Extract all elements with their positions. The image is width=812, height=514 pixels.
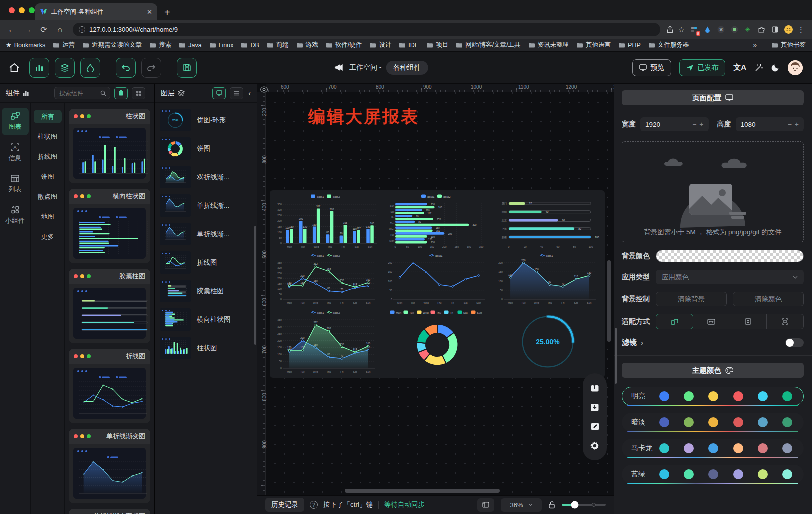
other-bookmarks-folder[interactable]: 其他书签 [772,41,806,49]
app-home-icon[interactable] [9,63,20,73]
layer-item[interactable]: 25% 饼图-环形 [155,106,257,134]
bookmarks-overflow-button[interactable]: » [754,41,757,49]
layers-list-view-toggle[interactable] [230,87,244,99]
canvas-content[interactable]: 编辑大屏报表 501001502002503003500120200150807… [266,92,614,495]
canvas-chart-capsule-bar[interactable]: 厦门20南阳40北京60上海80新疆100020406080100 [493,192,604,251]
layer-item[interactable]: 横向柱状图 [155,305,257,334]
layer-item[interactable]: 单折线渐... [155,191,257,220]
layers-thumbnail-view-toggle[interactable] [212,87,226,99]
single-column-view-toggle[interactable] [114,87,128,99]
share-icon[interactable] [666,26,674,34]
canvas-chart-progress-ring[interactable]: 25.00% [493,307,604,376]
sidebar-category-图表[interactable]: 图表 [2,108,29,135]
extension-pin-icon[interactable]: 9 [690,25,698,34]
filter-item-饼图[interactable]: 饼图 [34,170,62,183]
url-bar[interactable]: i 127.0.0.1:3000/#/chart/home/9 [73,23,660,36]
filter-item-散点图[interactable]: 散点图 [34,190,62,203]
canvas-chart-single-line[interactable]: 501001502000MonTueWedThuFriSatSundata1 [382,251,492,307]
canvas-vertical-scrollbar[interactable] [608,260,611,342]
bookmark-folder[interactable]: 近期需要读的文章 [82,41,142,49]
close-window-button[interactable] [9,7,15,13]
import-icon[interactable] [590,402,600,412]
canvas-chart-dual-line[interactable]: 5010015020025030035001202001508070110130… [272,251,382,307]
component-card-单折线渐变图[interactable]: 单折线渐变图 [69,429,150,503]
bookmark-folder[interactable]: IDE [399,41,419,49]
new-tab-button[interactable]: + [164,7,170,17]
layer-item[interactable]: 胶囊柱图 [155,277,257,305]
extension-pinwheel-icon[interactable]: ✳ [744,25,752,34]
grid-view-toggle[interactable] [132,87,146,99]
canvas-chart-single-line-gradient[interactable]: 5010015020001202001508070110130MonTueWed… [493,251,604,307]
canvas-chart-donut-pie[interactable]: MonTueWedThuFriSatSun [382,307,492,376]
filter-item-折线图[interactable]: 折线图 [34,150,62,163]
macos-window-controls[interactable] [9,7,35,13]
width-input[interactable]: 1920 − + [640,117,709,131]
layer-item[interactable]: 饼图 [155,134,257,163]
reading-list-icon[interactable] [770,25,780,34]
filter-item-更多[interactable]: 更多 [34,230,62,243]
canvas-chart-dual-line-area[interactable]: 5010015020025030035001202001508070110130… [272,307,382,376]
theme-row-蓝绿[interactable]: 蓝绿 [622,465,804,484]
component-card-横向柱状图[interactable]: 横向柱状图 [69,189,150,263]
fit-width-option[interactable] [693,314,730,329]
maximize-window-button[interactable] [29,7,35,13]
undo-button[interactable] [116,58,136,78]
layer-item[interactable]: 折线图 [155,248,257,277]
component-card-折线图[interactable]: 折线图 [69,349,150,423]
magic-wand-icon[interactable] [754,63,764,72]
canvas-text-element[interactable]: 编辑大屏报表 [308,105,420,128]
component-search-box[interactable] [54,87,110,99]
canvas-chart-horizontal-bar[interactable]: 050100150200250300350Sun130160Sat110117F… [382,192,492,251]
publish-button[interactable]: 已发布 [680,59,726,76]
profile-avatar-icon[interactable] [784,25,793,34]
layer-item[interactable]: 柱状图 [155,334,257,362]
apply-type-select[interactable]: 应用颜色 [656,270,804,284]
browser-menu-icon[interactable]: ⋮ [798,25,805,34]
zoom-level-select[interactable]: 36% [501,498,542,512]
component-card-单折线渐变面积图[interactable]: 单折线渐变面积图 [69,509,150,514]
translate-icon[interactable]: 文A [734,63,746,72]
extension-circle-icon[interactable] [730,25,739,34]
project-name-pill[interactable]: 各种组件 [386,61,428,75]
sidebar-category-列表[interactable]: 列表 [2,171,29,198]
component-search-input[interactable] [58,89,100,97]
extension-drop-icon[interactable] [703,25,712,34]
sidebar-category-小组件[interactable]: 小组件 [2,202,29,229]
fit-height-option[interactable] [730,314,768,329]
increase-width-icon[interactable]: + [700,120,704,128]
reload-icon[interactable]: ⟳ [37,23,51,37]
bookmark-folder[interactable]: 前端 [267,41,289,49]
fit-stretch-option[interactable] [766,314,804,329]
charts-panel-toggle-button[interactable] [30,58,50,78]
details-panel-toggle-button[interactable] [80,58,100,78]
tab-close-icon[interactable]: ✕ [147,8,152,16]
bookmark-folder[interactable]: 游戏 [296,41,318,49]
bookmark-folder[interactable]: 设计 [370,41,392,49]
home-icon[interactable]: ⌂ [53,23,67,37]
collapse-panel-icon[interactable]: ‹ [248,89,251,97]
filter-item-所有[interactable]: 所有 [34,110,62,123]
background-upload-dropzone[interactable]: 背景图需小于 5M ， 格式为 png/jpg/gif 的文件 [622,141,804,242]
sidebar-category-信息[interactable]: A 信息 [2,139,29,167]
help-icon[interactable]: ? [310,501,318,509]
component-card-柱状图[interactable]: 柱状图 [69,109,150,183]
bookmark-folder[interactable]: 文件服务器 [648,41,690,49]
theme-row-马卡龙[interactable]: 马卡龙 [622,439,804,458]
canvas-chart-grouped-bar[interactable]: 5010015020025030035001202001508070110130… [272,192,382,251]
preview-button[interactable]: 预览 [632,59,672,76]
extension-command-icon[interactable]: ⌘ [716,25,726,34]
extensions-puzzle-icon[interactable] [757,25,766,34]
edit-icon[interactable] [590,422,600,431]
site-info-icon[interactable]: i [79,26,86,33]
eye-icon[interactable] [258,84,270,94]
zoom-slider[interactable] [562,504,606,506]
layer-item[interactable]: 双折线渐... [155,163,257,191]
redo-button[interactable] [142,58,162,78]
clear-background-button[interactable]: 清除背景 [656,292,727,306]
fit-scale-option[interactable] [656,314,694,329]
layers-scrollbar[interactable] [254,226,256,345]
browser-tab[interactable]: 工作空间-各种组件 ✕ [35,3,158,20]
bookmark-folder[interactable]: 搜索 [150,41,172,49]
decrease-width-icon[interactable]: − [692,120,696,128]
forward-icon[interactable]: → [21,23,35,37]
